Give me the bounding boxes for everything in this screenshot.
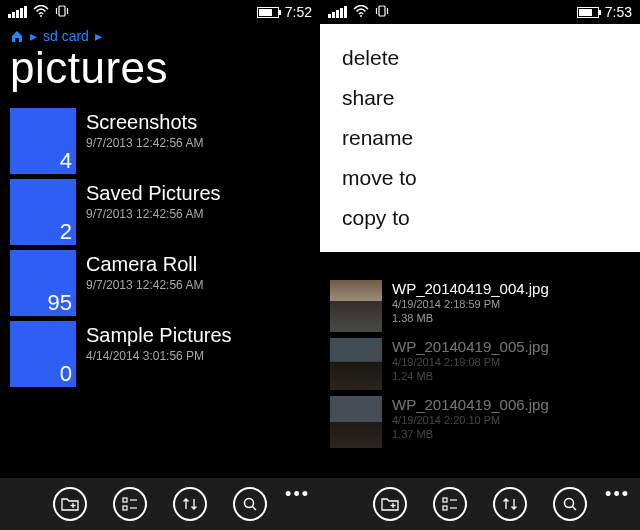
folder-item[interactable]: 2 Saved Pictures 9/7/2013 12:42:56 AM <box>10 179 312 245</box>
svg-rect-8 <box>123 506 127 510</box>
svg-rect-18 <box>443 498 447 502</box>
file-thumbnail <box>330 396 382 448</box>
signal-icon <box>328 6 347 18</box>
status-bar: 7:52 <box>0 0 320 24</box>
signal-icon <box>8 6 27 18</box>
folder-tile: 0 <box>10 321 76 387</box>
more-button[interactable]: ••• <box>285 484 310 505</box>
menu-item-delete[interactable]: delete <box>342 38 640 78</box>
svg-point-22 <box>565 499 574 508</box>
svg-line-23 <box>573 507 577 511</box>
svg-rect-20 <box>443 506 447 510</box>
file-item[interactable]: WP_20140419_004.jpg 4/19/2014 2:18:59 PM… <box>330 280 630 332</box>
file-list: WP_20140419_004.jpg 4/19/2014 2:18:59 PM… <box>320 280 640 454</box>
pane-folder-browser: 7:52 ▸ sd card ▸ pictures 4 Screenshots … <box>0 0 320 530</box>
file-item[interactable]: WP_20140419_006.jpg 4/19/2014 2:20:10 PM… <box>330 396 630 448</box>
folder-item[interactable]: 0 Sample Pictures 4/14/2014 3:01:56 PM <box>10 321 312 387</box>
menu-item-copy-to[interactable]: copy to <box>342 198 640 238</box>
folder-date: 4/14/2014 3:01:56 PM <box>86 349 232 363</box>
file-date: 4/19/2014 2:18:59 PM <box>392 297 549 311</box>
breadcrumb-sdcard[interactable]: sd card <box>43 28 89 44</box>
menu-item-move-to[interactable]: move to <box>342 158 640 198</box>
select-button[interactable] <box>113 487 147 521</box>
file-name: WP_20140419_005.jpg <box>392 338 549 355</box>
new-folder-button[interactable] <box>53 487 87 521</box>
file-size: 1.24 MB <box>392 369 549 383</box>
file-date: 4/19/2014 2:19:08 PM <box>392 355 549 369</box>
svg-rect-1 <box>59 6 65 16</box>
context-menu: delete share rename move to copy to <box>320 24 640 252</box>
battery-icon <box>577 7 599 18</box>
vibrate-icon <box>375 5 389 20</box>
folder-tile: 4 <box>10 108 76 174</box>
svg-point-0 <box>40 15 42 17</box>
clock: 7:52 <box>285 4 312 20</box>
new-folder-button[interactable] <box>373 487 407 521</box>
file-size: 1.37 MB <box>392 427 549 441</box>
chevron-right-icon: ▸ <box>95 28 102 44</box>
more-button[interactable]: ••• <box>605 484 630 505</box>
sort-button[interactable] <box>173 487 207 521</box>
file-date: 4/19/2014 2:20:10 PM <box>392 413 549 427</box>
app-bar: ••• <box>320 478 640 530</box>
file-thumbnail <box>330 280 382 332</box>
folder-name: Screenshots <box>86 111 203 134</box>
folder-count: 2 <box>60 219 72 245</box>
folder-name: Sample Pictures <box>86 324 232 347</box>
svg-line-11 <box>253 507 257 511</box>
folder-item[interactable]: 95 Camera Roll 9/7/2013 12:42:56 AM <box>10 250 312 316</box>
pane-file-browser: 7:53 delete share rename move to copy to… <box>320 0 640 530</box>
folder-count: 95 <box>48 290 72 316</box>
search-button[interactable] <box>233 487 267 521</box>
folder-item[interactable]: 4 Screenshots 9/7/2013 12:42:56 AM <box>10 108 312 174</box>
folder-tile: 2 <box>10 179 76 245</box>
home-icon[interactable] <box>10 29 24 43</box>
search-button[interactable] <box>553 487 587 521</box>
wifi-icon <box>33 5 49 20</box>
folder-date: 9/7/2013 12:42:56 AM <box>86 207 221 221</box>
folder-name: Saved Pictures <box>86 182 221 205</box>
wifi-icon <box>353 5 369 20</box>
page-title: pictures <box>0 44 320 108</box>
folder-date: 9/7/2013 12:42:56 AM <box>86 136 203 150</box>
svg-rect-13 <box>379 6 385 16</box>
file-name: WP_20140419_006.jpg <box>392 396 549 413</box>
breadcrumb: ▸ sd card ▸ <box>0 24 320 44</box>
file-item[interactable]: WP_20140419_005.jpg 4/19/2014 2:19:08 PM… <box>330 338 630 390</box>
file-name: WP_20140419_004.jpg <box>392 280 549 297</box>
folder-name: Camera Roll <box>86 253 203 276</box>
status-bar: 7:53 <box>320 0 640 24</box>
svg-point-12 <box>360 15 362 17</box>
clock: 7:53 <box>605 4 632 20</box>
select-button[interactable] <box>433 487 467 521</box>
svg-point-10 <box>245 499 254 508</box>
vibrate-icon <box>55 5 69 20</box>
sort-button[interactable] <box>493 487 527 521</box>
folder-tile: 95 <box>10 250 76 316</box>
file-size: 1.38 MB <box>392 311 549 325</box>
menu-item-rename[interactable]: rename <box>342 118 640 158</box>
folder-date: 9/7/2013 12:42:56 AM <box>86 278 203 292</box>
folder-count: 4 <box>60 148 72 174</box>
file-thumbnail <box>330 338 382 390</box>
battery-icon <box>257 7 279 18</box>
app-bar: ••• <box>0 478 320 530</box>
chevron-right-icon: ▸ <box>30 28 37 44</box>
folder-count: 0 <box>60 361 72 387</box>
folder-list: 4 Screenshots 9/7/2013 12:42:56 AM 2 Sav… <box>0 108 320 387</box>
menu-item-share[interactable]: share <box>342 78 640 118</box>
svg-rect-6 <box>123 498 127 502</box>
